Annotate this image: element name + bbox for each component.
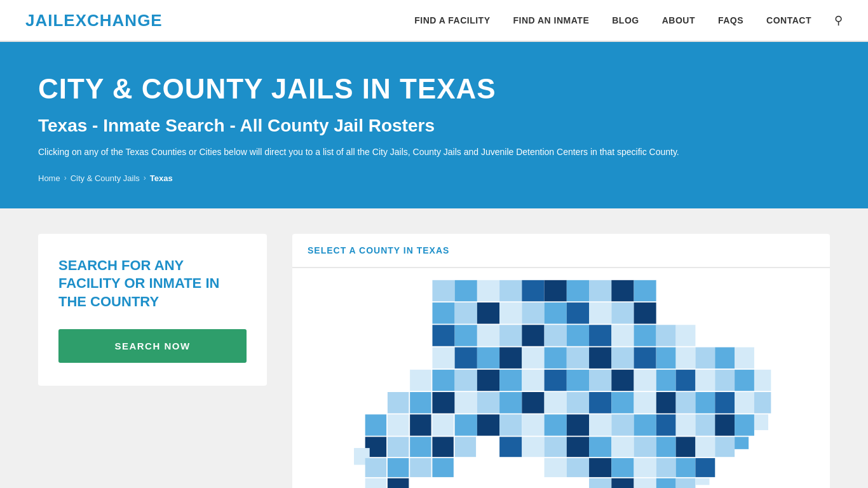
svg-rect-48 (455, 370, 477, 391)
svg-rect-138 (455, 437, 476, 457)
svg-rect-89 (676, 414, 696, 435)
svg-rect-50 (499, 370, 522, 391)
svg-rect-35 (499, 347, 522, 368)
svg-rect-26 (567, 325, 589, 346)
svg-rect-93 (754, 414, 768, 430)
svg-rect-119 (695, 478, 709, 485)
svg-rect-39 (589, 347, 611, 368)
svg-rect-46 (735, 347, 754, 368)
site-header: JAILEXCHANGE FIND A FACILITY FIND AN INM… (0, 0, 868, 42)
svg-rect-20 (432, 325, 454, 346)
svg-rect-28 (611, 325, 634, 346)
svg-rect-109 (611, 458, 634, 477)
svg-rect-77 (735, 392, 754, 413)
logo-text-jail: JAIL (25, 11, 64, 30)
svg-rect-84 (567, 414, 589, 435)
breadcrumb-home[interactable]: Home (38, 173, 60, 183)
main-nav: FIND A FACILITY FIND AN INMATE BLOG ABOU… (414, 13, 843, 27)
nav-blog[interactable]: BLOG (612, 15, 639, 25)
svg-rect-38 (567, 347, 589, 368)
svg-rect-54 (589, 370, 611, 391)
svg-rect-118 (676, 478, 696, 488)
hero-subtitle: Texas - Inmate Search - All County Jail … (38, 116, 830, 136)
nav-find-facility[interactable]: FIND A FACILITY (414, 15, 490, 25)
svg-rect-61 (735, 370, 754, 391)
svg-rect-106 (545, 458, 567, 477)
svg-rect-25 (545, 325, 567, 346)
nav-about[interactable]: ABOUT (662, 15, 695, 25)
svg-rect-33 (455, 347, 477, 368)
svg-rect-125 (365, 414, 386, 435)
svg-rect-56 (634, 370, 656, 391)
svg-rect-10 (432, 302, 454, 323)
svg-rect-51 (522, 370, 544, 391)
svg-rect-113 (695, 458, 715, 477)
svg-rect-107 (567, 458, 589, 477)
svg-rect-14 (522, 302, 544, 323)
nav-contact[interactable]: CONTACT (766, 15, 811, 25)
svg-rect-123 (410, 414, 431, 435)
svg-rect-63 (432, 392, 454, 413)
svg-rect-115 (611, 478, 634, 488)
svg-rect-27 (589, 325, 611, 346)
svg-rect-41 (634, 347, 656, 368)
svg-rect-66 (499, 392, 522, 413)
svg-rect-112 (676, 458, 696, 477)
svg-rect-45 (715, 347, 735, 368)
svg-rect-102 (676, 437, 696, 457)
nav-faqs[interactable]: FAQs (718, 15, 743, 25)
breadcrumb-city-county-jails[interactable]: City & County Jails (71, 173, 140, 183)
nav-find-inmate[interactable]: FIND AN INMATE (513, 15, 589, 25)
svg-rect-82 (522, 414, 544, 435)
svg-rect-34 (477, 347, 499, 368)
svg-rect-69 (567, 392, 589, 413)
svg-rect-131 (388, 478, 409, 488)
svg-rect-81 (499, 414, 522, 435)
search-icon[interactable]: ⚲ (834, 13, 843, 27)
svg-rect-134 (410, 458, 431, 477)
svg-rect-8 (611, 280, 634, 301)
breadcrumb: Home › City & County Jails › Texas (38, 173, 830, 183)
hero-title: CITY & COUNTY JAILS IN TEXAS (38, 74, 830, 104)
svg-rect-96 (545, 437, 567, 457)
svg-rect-99 (611, 437, 634, 457)
svg-rect-60 (715, 370, 735, 391)
svg-rect-47 (432, 370, 454, 391)
svg-rect-65 (477, 392, 499, 413)
svg-rect-120 (410, 370, 431, 391)
svg-rect-49 (477, 370, 499, 391)
svg-rect-83 (545, 414, 567, 435)
svg-rect-114 (589, 478, 611, 488)
hero-description: Clicking on any of the Texas Counties or… (38, 145, 737, 159)
breadcrumb-current: Texas (150, 173, 173, 183)
svg-rect-4 (522, 280, 544, 301)
svg-rect-11 (455, 302, 477, 323)
site-logo[interactable]: JAILEXCHANGE (25, 11, 163, 30)
svg-rect-1 (455, 280, 477, 301)
map-area[interactable] (292, 268, 830, 488)
svg-rect-88 (656, 414, 676, 435)
texas-map-svg[interactable] (326, 274, 796, 488)
breadcrumb-sep-1: › (64, 173, 67, 182)
svg-rect-5 (545, 280, 567, 301)
search-box: SEARCH FOR ANY FACILITY OR INMATE IN THE… (38, 234, 267, 386)
svg-rect-133 (410, 437, 431, 457)
svg-rect-6 (567, 280, 589, 301)
svg-rect-7 (589, 280, 611, 301)
svg-rect-57 (656, 370, 676, 391)
svg-rect-91 (715, 414, 735, 435)
svg-rect-36 (522, 347, 544, 368)
svg-rect-53 (567, 370, 589, 391)
svg-rect-0 (432, 280, 454, 301)
svg-rect-43 (676, 347, 696, 368)
search-now-button[interactable]: SEARCH NOW (58, 329, 247, 363)
svg-rect-101 (656, 437, 676, 457)
svg-rect-108 (589, 458, 611, 477)
svg-rect-13 (499, 302, 522, 323)
svg-rect-73 (656, 392, 676, 413)
svg-rect-124 (388, 414, 409, 435)
svg-rect-68 (545, 392, 567, 413)
svg-rect-111 (656, 458, 676, 477)
svg-rect-67 (522, 392, 544, 413)
map-box: SELECT A COUNTY IN TEXAS (292, 234, 830, 488)
